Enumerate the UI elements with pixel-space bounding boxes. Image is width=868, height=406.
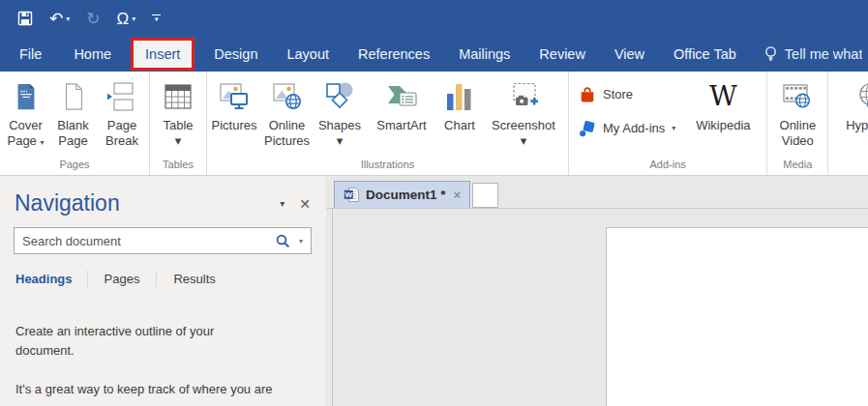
save-icon — [17, 11, 33, 26]
online-video-icon — [782, 82, 813, 111]
redo-button[interactable]: ↻ — [86, 11, 100, 27]
group-label-add-ins: Add-ins — [571, 158, 764, 175]
ribbon-group-links: Hyperlink — [828, 72, 868, 175]
tab-review[interactable]: Review — [524, 37, 600, 72]
group-label-media: Media — [769, 158, 825, 175]
cover-page-button[interactable]: Cover Page ▾ — [2, 72, 49, 151]
navigation-tabs: Headings Pages Results — [15, 271, 326, 287]
undo-button[interactable]: ↶ ▾ — [49, 11, 70, 27]
ribbon-group-add-ins: Store My Add-ins ▾ W Wikipedia Add-ins — [569, 72, 767, 175]
navigation-options-dropdown-icon[interactable]: ▾ — [280, 198, 284, 209]
tab-office-tab[interactable]: Office Tab — [659, 37, 751, 72]
tell-me-label: Tell me what — [785, 46, 863, 62]
screenshot-dropdown-icon: ▾ — [521, 133, 527, 149]
redo-icon: ↻ — [86, 11, 100, 27]
screenshot-button[interactable]: Screenshot ▾ — [481, 72, 566, 149]
online-pictures-button[interactable]: Online Pictures — [259, 72, 314, 149]
my-add-ins-dropdown-icon: ▾ — [672, 124, 675, 132]
wikipedia-button[interactable]: W Wikipedia — [681, 72, 764, 133]
save-button[interactable] — [17, 11, 33, 26]
pictures-icon — [219, 82, 250, 111]
tab-view[interactable]: View — [600, 37, 659, 72]
nav-tab-headings[interactable]: Headings — [15, 272, 87, 286]
table-icon — [163, 82, 194, 111]
hyperlink-button[interactable]: Hyperlink — [830, 72, 868, 133]
chart-button[interactable]: Chart — [438, 72, 481, 133]
chart-icon — [445, 82, 474, 111]
group-label-tables: Tables — [152, 158, 204, 175]
word-document-icon: W — [344, 187, 360, 203]
search-icon[interactable] — [276, 234, 290, 248]
navigation-close-icon[interactable]: ✕ — [299, 196, 311, 212]
navigation-paragraph: It's a great way to keep track of where … — [15, 380, 311, 399]
smartart-icon — [385, 82, 418, 111]
document-tab-bar: W Document1 * × — [326, 176, 868, 209]
group-label-illustrations: Illustrations — [209, 158, 566, 175]
tab-references[interactable]: References — [344, 37, 444, 72]
lightbulb-icon — [763, 45, 778, 63]
ribbon-tab-bar: File Home Insert Design Layout Reference… — [0, 37, 868, 72]
document-page[interactable] — [606, 227, 868, 406]
tell-me-box[interactable]: Tell me what — [763, 45, 863, 63]
document-tab-title: Document1 * — [366, 188, 446, 202]
online-video-button[interactable]: Online Video — [769, 72, 825, 149]
workspace: Navigation ▾ ✕ ▾ Headings Pages Results … — [0, 176, 868, 406]
navigation-pane-title: Navigation — [15, 190, 280, 217]
wikipedia-icon: W — [709, 83, 737, 110]
new-document-tab-button[interactable] — [472, 183, 498, 208]
tab-file[interactable]: File — [0, 37, 59, 72]
document-tab-close-icon[interactable]: × — [454, 188, 462, 202]
store-label: Store — [603, 87, 633, 102]
ribbon-group-illustrations: Pictures Online Pictures — [207, 72, 569, 175]
document-canvas — [332, 209, 868, 406]
navigation-paragraph: Create an interactive outline of your do… — [15, 322, 275, 360]
shapes-icon — [324, 81, 355, 112]
insert-symbol-button[interactable]: Ω ▾ — [117, 11, 136, 27]
my-add-ins-label: My Add-ins — [603, 121, 665, 135]
page-break-button[interactable]: Page Break — [97, 72, 147, 149]
cover-page-icon — [12, 81, 41, 112]
tab-insert[interactable]: Insert — [131, 38, 195, 71]
omega-icon: Ω — [117, 11, 130, 27]
smartart-button[interactable]: SmartArt — [365, 72, 438, 133]
customize-quick-access-button[interactable]: ▾ — [152, 14, 161, 22]
svg-text:W: W — [345, 190, 353, 199]
online-pictures-icon — [272, 82, 303, 111]
page-break-icon — [106, 81, 137, 112]
blank-page-icon — [59, 81, 88, 112]
tab-home[interactable]: Home — [59, 37, 126, 72]
nav-tab-results[interactable]: Results — [157, 272, 231, 286]
document-area: W Document1 * × — [326, 176, 868, 406]
customize-dropdown-icon: ▾ — [155, 16, 159, 22]
search-box[interactable]: ▾ — [14, 227, 312, 254]
cover-page-dropdown-icon: ▾ — [40, 138, 44, 147]
undo-icon: ↶ — [49, 11, 63, 27]
ribbon: Cover Page ▾ Blank Page — [0, 72, 868, 176]
search-dropdown-icon[interactable]: ▾ — [299, 237, 303, 246]
quick-access-toolbar: ↶ ▾ ↻ Ω ▾ ▾ — [17, 11, 161, 27]
blank-page-button[interactable]: Blank Page — [49, 72, 97, 149]
search-input[interactable] — [22, 234, 267, 248]
nav-tab-pages[interactable]: Pages — [88, 272, 157, 286]
ribbon-group-pages: Cover Page ▾ Blank Page — [0, 72, 150, 175]
store-button[interactable]: Store — [579, 81, 675, 106]
tab-design[interactable]: Design — [199, 37, 272, 72]
table-dropdown-icon: ▾ — [175, 133, 182, 149]
symbol-dropdown-icon[interactable]: ▾ — [132, 14, 135, 23]
my-add-ins-icon — [579, 119, 596, 137]
navigation-body-text: Create an interactive outline of your do… — [15, 322, 311, 399]
screenshot-icon — [507, 82, 540, 111]
pictures-button[interactable]: Pictures — [209, 72, 259, 133]
group-label-links — [830, 158, 868, 175]
group-label-pages: Pages — [2, 158, 147, 175]
document-tab[interactable]: W Document1 * × — [334, 181, 470, 208]
shapes-button[interactable]: Shapes ▾ — [314, 72, 365, 149]
table-button[interactable]: Table ▾ — [152, 72, 204, 149]
title-bar: ↶ ▾ ↻ Ω ▾ ▾ — [0, 0, 868, 37]
my-add-ins-button[interactable]: My Add-ins ▾ — [579, 115, 675, 140]
undo-dropdown-icon[interactable]: ▾ — [66, 14, 70, 23]
navigation-pane: Navigation ▾ ✕ ▾ Headings Pages Results … — [0, 176, 326, 406]
tab-layout[interactable]: Layout — [272, 37, 344, 72]
tab-mailings[interactable]: Mailings — [444, 37, 524, 72]
hyperlink-icon — [856, 82, 868, 111]
